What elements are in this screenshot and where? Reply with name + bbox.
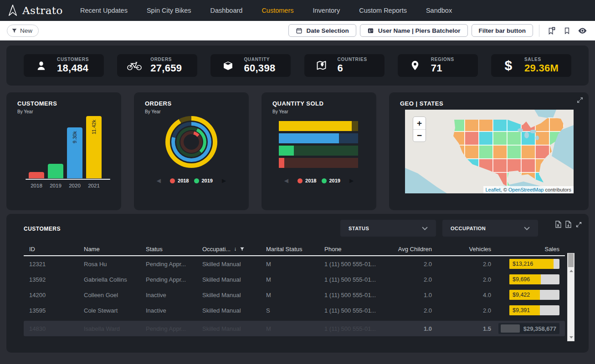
nav-item-customers[interactable]: Customers	[262, 7, 293, 14]
hbar-2019[interactable]	[279, 146, 358, 156]
cell-marital: M	[266, 276, 324, 283]
legend-item-2018[interactable]: 2018	[170, 178, 189, 183]
table-scrollbar[interactable]	[567, 253, 574, 341]
brand-logo[interactable]: Astrato	[7, 4, 63, 17]
map-zoom-control: + −	[413, 116, 426, 142]
map-state[interactable]	[507, 145, 521, 159]
hbar-fill	[279, 133, 339, 143]
kpi-tile-countries[interactable]: COUNTRIES6	[304, 54, 385, 77]
column-filter-icon[interactable]	[240, 247, 245, 252]
status-filter-dropdown[interactable]: STATUS	[340, 220, 436, 237]
col-status[interactable]: Status	[146, 246, 202, 253]
map-state[interactable]	[479, 145, 493, 159]
map-state[interactable]	[493, 145, 507, 159]
nav-item-recent-updates[interactable]: Recent Updates	[80, 7, 128, 14]
legend-prev-arrow[interactable]: ◀	[284, 178, 288, 183]
leaflet-map[interactable]: + − Leaflet, © OpenStreetMap contributor…	[405, 110, 574, 193]
col-sales[interactable]: Sales	[491, 246, 559, 253]
bookmark-icon[interactable]	[561, 25, 573, 36]
dollar-icon: $	[500, 58, 517, 73]
col-name[interactable]: Name	[84, 246, 146, 253]
legend-next-arrow[interactable]: ▶	[349, 178, 354, 183]
cell-occupation: Skilled Manual	[202, 276, 266, 283]
zoom-out-button[interactable]: −	[413, 129, 426, 142]
map-state[interactable]	[465, 131, 479, 145]
orders-donut	[165, 116, 217, 168]
legend-label: 2019	[202, 178, 213, 183]
totals-sales: $29,358,677	[498, 323, 559, 334]
col-id[interactable]: ID	[29, 246, 84, 253]
openstreetmap-link[interactable]: OpenStreetMap	[508, 187, 544, 192]
bar-2020[interactable]: 9.30k	[67, 127, 82, 178]
map-state[interactable]	[493, 118, 507, 131]
new-filter-button[interactable]: New	[7, 25, 39, 37]
map-state[interactable]	[507, 131, 521, 145]
scrollbar-up-arrow[interactable]	[569, 270, 573, 272]
kpi-tile-orders[interactable]: ORDERS27,659	[117, 54, 197, 77]
nav-item-sandbox[interactable]: Sandbox	[426, 7, 452, 14]
scrollbar-thumb[interactable]	[568, 253, 574, 267]
kpi-tile-sales[interactable]: $SALES29.36M	[491, 54, 571, 77]
col-marital-status[interactable]: Marital Status	[266, 246, 324, 253]
bar-value-label: 9.30k	[72, 131, 77, 143]
hbar-2020[interactable]	[279, 133, 358, 143]
date-selection-button[interactable]: Date Selection	[288, 24, 356, 37]
user-name-button[interactable]: User Name | Piers Batchelor	[360, 24, 468, 37]
export-file-icon[interactable]	[565, 221, 571, 228]
legend-prev-arrow[interactable]: ◀	[157, 178, 161, 183]
package-icon	[220, 60, 236, 71]
table-row[interactable]: 12321Rosa HuPending Appr...Skilled Manua…	[24, 256, 565, 272]
map-state[interactable]	[521, 159, 535, 172]
nav-items: Recent UpdatesSpin City BikesDashboardCu…	[80, 7, 452, 14]
occupation-filter-dropdown[interactable]: OCCUPATION	[442, 220, 538, 237]
map-attribution: Leaflet, © OpenStreetMap contributors	[483, 186, 574, 193]
filter-bar-button[interactable]: Filter bar button	[472, 24, 533, 37]
quantity-legend: ◀20182019▶	[262, 178, 376, 183]
bar-2021[interactable]: 11.42k	[86, 116, 102, 178]
kpi-tile-customers[interactable]: CUSTOMERS18,484	[24, 54, 104, 77]
legend-next-arrow[interactable]: ▶	[222, 178, 226, 183]
col-phone[interactable]: Phone	[324, 246, 393, 253]
customers-bar-axis	[26, 179, 110, 180]
leaflet-link[interactable]: Leaflet	[486, 187, 501, 192]
table-row[interactable]: 13595Cole StewartInactiveSkilled ManualS…	[24, 303, 565, 318]
bookmark-add-icon[interactable]	[545, 25, 557, 36]
nav-item-dashboard[interactable]: Dashboard	[210, 7, 242, 14]
bar-2019[interactable]	[48, 164, 63, 178]
kpi-tile-quantity[interactable]: QUANTITY60,398	[210, 54, 291, 77]
expand-icon[interactable]	[575, 221, 582, 228]
legend-item-2019[interactable]: 2019	[194, 178, 213, 183]
map-state[interactable]	[521, 145, 535, 159]
scrollbar-down-arrow[interactable]	[569, 336, 573, 339]
legend-item-2019[interactable]: 2019	[322, 178, 340, 183]
map-state[interactable]	[479, 131, 493, 145]
col-avg-children[interactable]: Avg Children	[393, 246, 432, 253]
map-state[interactable]	[493, 159, 507, 172]
occupation-filter-label: OCCUPATION	[451, 226, 486, 231]
hbar-2021[interactable]	[279, 121, 358, 131]
col-vehicles[interactable]: Vehicles	[432, 246, 491, 253]
table-row[interactable]: 14200Colleen GoelInactiveSkilled ManualM…	[24, 287, 565, 303]
map-state[interactable]	[465, 118, 479, 131]
legend-item-2018[interactable]: 2018	[298, 178, 316, 183]
sort-desc-icon[interactable]: ↓	[234, 246, 236, 252]
table-row[interactable]: 13592Gabriella CollinsPending Appr...Ski…	[24, 272, 565, 287]
expand-icon[interactable]	[576, 96, 584, 106]
bar-2018[interactable]	[29, 172, 44, 178]
legend-dot	[322, 178, 327, 183]
cell-occupation: Skilled Manual	[202, 307, 266, 314]
table-body: 12321Rosa HuPending Appr...Skilled Manua…	[24, 256, 565, 318]
col-occupation[interactable]: Occupati... ↓	[202, 246, 266, 253]
map-state[interactable]	[507, 159, 521, 172]
nav-item-inventory[interactable]: Inventory	[313, 7, 340, 14]
kpi-tile-regions[interactable]: REGIONS71	[398, 54, 478, 77]
map-state[interactable]	[465, 145, 479, 159]
hbar-2018[interactable]	[279, 158, 358, 168]
nav-item-spin-city-bikes[interactable]: Spin City Bikes	[147, 7, 191, 14]
map-state[interactable]	[493, 131, 507, 145]
zoom-in-button[interactable]: +	[413, 117, 426, 129]
map-state[interactable]	[479, 118, 493, 131]
export-excel-icon[interactable]	[555, 221, 561, 228]
eye-icon[interactable]	[576, 25, 588, 36]
nav-item-custom-reports[interactable]: Custom Reports	[359, 7, 407, 14]
